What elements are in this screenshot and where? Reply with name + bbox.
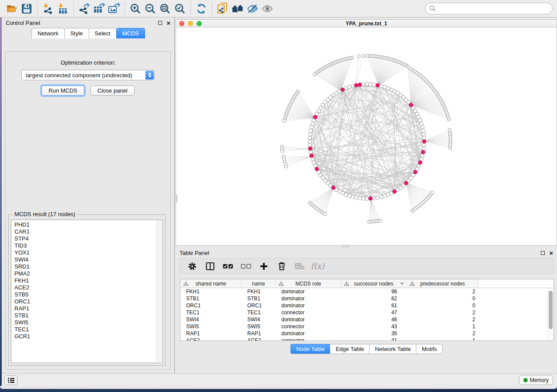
- delete-table-icon[interactable]: [293, 260, 306, 273]
- mcds-result-item[interactable]: TID3: [14, 242, 163, 249]
- network-graph-canvas[interactable]: [176, 28, 557, 245]
- mcds-result-item[interactable]: ORC1: [14, 298, 163, 305]
- tab-network-table[interactable]: Network Table: [369, 344, 416, 354]
- mcds-result-item[interactable]: CAR1: [14, 228, 163, 235]
- mcds-result-item[interactable]: ACE2: [14, 284, 163, 291]
- mcds-result-item[interactable]: STB1: [14, 312, 163, 319]
- mcds-result-list[interactable]: PHD1CAR1STP4TID3YOX1SWI4SRD1PMA2FKH1ACE2…: [11, 220, 163, 363]
- mcds-result-item[interactable]: PHD1: [14, 221, 163, 228]
- open-file-icon[interactable]: [4, 2, 19, 16]
- search-input[interactable]: [439, 5, 548, 12]
- column-header-name[interactable]: name: [242, 279, 276, 288]
- export-table-icon[interactable]: [92, 2, 107, 16]
- close-panel-icon[interactable]: ×: [166, 20, 170, 26]
- column-header-MCDS-role[interactable]: MCDS role: [276, 279, 341, 288]
- select-all-checkboxes-icon[interactable]: [221, 260, 235, 273]
- tab-node-table[interactable]: Node Table: [291, 344, 331, 354]
- cell-name: SWI5: [242, 323, 276, 330]
- cell-successor-nodes: 96: [341, 288, 407, 295]
- main-toolbar: [0, 0, 557, 17]
- hide-unselected-icon[interactable]: [245, 2, 260, 16]
- tab-select[interactable]: Select: [89, 28, 117, 38]
- table-row[interactable]: RAP1RAP1dominator352: [180, 330, 554, 337]
- search-box[interactable]: [425, 3, 553, 14]
- column-header-shared-name[interactable]: shared name: [180, 279, 242, 288]
- tab-edge-table[interactable]: Edge Table: [330, 344, 370, 354]
- mcds-result-item[interactable]: STP4: [14, 235, 163, 242]
- mcds-result-item[interactable]: YOX1: [14, 249, 163, 256]
- close-panel-button[interactable]: Close panel: [90, 86, 135, 96]
- export-network-icon[interactable]: [77, 2, 92, 16]
- select-stepper-icon[interactable]: [145, 71, 154, 79]
- table-row[interactable]: STB1STB1dominator620: [180, 295, 554, 302]
- zoom-fit-icon[interactable]: [158, 2, 173, 16]
- node-table[interactable]: shared namenameMCDS rolesuccessor nodesp…: [180, 279, 554, 341]
- mcds-result-item[interactable]: SRD1: [14, 263, 163, 270]
- criterion-select[interactable]: largest connected component (undirected): [21, 70, 155, 80]
- table-options-gear-icon[interactable]: [186, 260, 199, 273]
- vertical-splitter-handle[interactable]: [174, 195, 177, 202]
- run-mcds-button[interactable]: Run MCDS: [42, 86, 84, 96]
- show-columns-icon[interactable]: [204, 260, 217, 273]
- column-header-predecessor-nodes[interactable]: predecessor nodes: [407, 279, 479, 288]
- task-history-button[interactable]: [4, 375, 17, 385]
- mcds-result-item[interactable]: STB5: [14, 291, 163, 298]
- zoom-in-icon[interactable]: [128, 2, 143, 16]
- table-row[interactable]: SWI4SWI4dominator462: [180, 316, 554, 323]
- float-panel-icon[interactable]: [158, 21, 162, 25]
- cell-successor-nodes: 61: [341, 302, 407, 309]
- mcds-result-item[interactable]: FKH1: [14, 277, 163, 284]
- memory-button[interactable]: Memory: [519, 375, 553, 385]
- zoom-selected-icon[interactable]: [173, 2, 187, 16]
- function-builder-icon[interactable]: f(x): [311, 260, 324, 273]
- share-session-icon[interactable]: [215, 2, 230, 16]
- mcds-list-scrollbar[interactable]: [156, 220, 162, 362]
- network-view-frame: YPA_prune.txt_1: [176, 19, 557, 246]
- tab-style[interactable]: Style: [64, 28, 89, 38]
- float-table-panel-icon[interactable]: [541, 251, 545, 255]
- show-all-icon[interactable]: [260, 2, 275, 16]
- tab-network[interactable]: Network: [31, 28, 65, 38]
- export-image-icon[interactable]: [107, 2, 121, 16]
- mcds-result-item[interactable]: PMA2: [14, 270, 163, 277]
- cell-name: ORC1: [242, 302, 276, 309]
- control-panel-tabs: NetworkStyleSelectMCDS: [2, 28, 174, 38]
- network-titlebar[interactable]: YPA_prune.txt_1: [176, 20, 557, 28]
- cell-MCDS-role: dominator: [276, 330, 341, 337]
- cell-predecessor-nodes: 2: [407, 316, 479, 323]
- import-table-icon[interactable]: [55, 2, 70, 16]
- column-header-successor-nodes[interactable]: successor nodes: [341, 279, 407, 288]
- close-table-panel-icon[interactable]: ×: [549, 250, 553, 256]
- cell-shared-name: RAP1: [180, 330, 242, 337]
- table-scrollbar-thumb[interactable]: [549, 291, 553, 329]
- mcds-result-item[interactable]: TEC1: [14, 326, 163, 333]
- zoom-out-icon[interactable]: [143, 2, 158, 16]
- cell-shared-name: ACE2: [180, 337, 242, 341]
- mcds-result-item[interactable]: SWI5: [14, 319, 163, 326]
- table-row[interactable]: ORC1ORC1dominator610: [180, 302, 554, 309]
- mcds-tab-content: Optimization criterion: largest connecte…: [5, 52, 171, 370]
- table-row[interactable]: ACE2ACE2connector311: [180, 337, 554, 341]
- home-icon[interactable]: [230, 2, 245, 16]
- app-window: Control Panel × NetworkStyleSelectMCDS O…: [0, 0, 557, 389]
- table-row[interactable]: TEC1TEC1connector472: [180, 309, 554, 316]
- tab-motifs[interactable]: Motifs: [416, 344, 443, 354]
- toolbar-separator: [37, 2, 38, 15]
- cell-predecessor-nodes: 2: [407, 330, 479, 337]
- save-session-icon[interactable]: [19, 2, 34, 16]
- table-row[interactable]: FKH1FKH1dominator962: [180, 288, 554, 295]
- status-bar: Memory: [0, 373, 557, 386]
- refresh-view-icon[interactable]: [194, 2, 209, 16]
- deselect-all-checkboxes-icon[interactable]: [239, 260, 253, 273]
- mcds-result-item[interactable]: RAP1: [14, 305, 163, 312]
- tab-mcds[interactable]: MCDS: [116, 28, 145, 38]
- table-row[interactable]: SWI5SWI5connector431: [180, 323, 554, 330]
- mcds-result-item[interactable]: SWI4: [14, 256, 163, 263]
- mcds-result-item[interactable]: GCR1: [14, 333, 163, 340]
- table-scrollbar[interactable]: [547, 288, 554, 340]
- cell-MCDS-role: connector: [276, 309, 341, 316]
- cell-MCDS-role: connector: [276, 337, 341, 341]
- add-column-icon[interactable]: [257, 260, 270, 273]
- import-network-icon[interactable]: [41, 2, 55, 16]
- delete-column-icon[interactable]: [275, 260, 288, 273]
